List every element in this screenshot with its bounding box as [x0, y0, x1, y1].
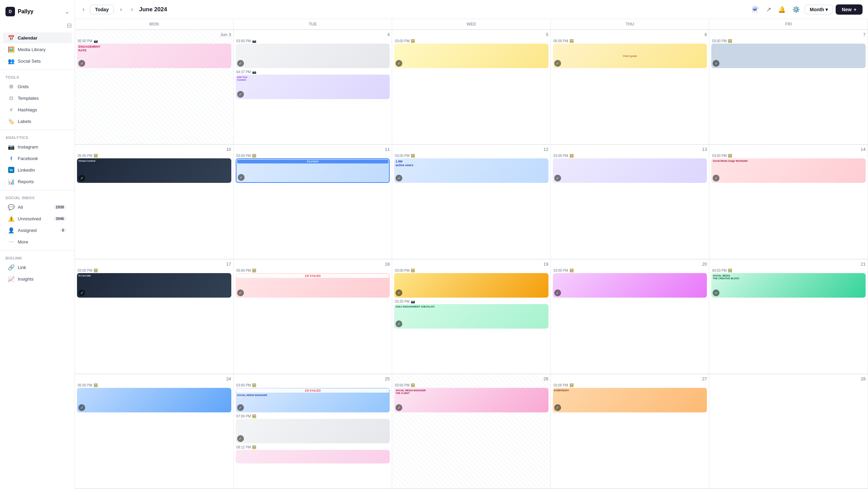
month-view-button[interactable]: Month ▾	[805, 5, 833, 14]
sidebar-item-link[interactable]: 🔗 Link	[3, 262, 72, 273]
sidebar-item-facebook[interactable]: f Facebook	[3, 153, 72, 164]
post-image: ✓	[394, 273, 548, 298]
sidebar-item-linkedin[interactable]: in LinkedIn	[3, 164, 72, 175]
day-10[interactable]: 10 05:00 PM🖼️ Virtual Content ✓	[75, 145, 234, 259]
prev-month-button[interactable]: ‹	[117, 4, 125, 14]
post-card[interactable]: 03:00 PM🖼️ ✓	[553, 269, 707, 298]
check-badge: ✓	[78, 60, 85, 67]
sidebar-item-instagram[interactable]: 📷 Instagram	[3, 141, 72, 152]
day-28[interactable]: 28	[709, 374, 868, 489]
header-wed: WED	[392, 19, 551, 30]
post-time: 03:00 PM🖼️	[394, 269, 548, 272]
analytics-section-label: Analytics	[0, 133, 75, 141]
post-card[interactable]: 03:00 PM🖼️ ✓	[394, 39, 548, 68]
post-image: DAILY ENGAGEMENT CHECKLIST: ✓	[394, 304, 548, 329]
sidebar-collapse-btn[interactable]: ⊟	[0, 22, 75, 32]
sidebar-item-grids[interactable]: ⊞ Grids	[3, 81, 72, 92]
post-image: TO POST ✓	[236, 158, 390, 183]
post-card[interactable]: 05:00 PM🖼️ Client goals ✓	[553, 39, 707, 68]
post-time: 03:00 PM📷	[236, 39, 390, 43]
post-card[interactable]: 03:00 PM🖼️ ✓	[711, 39, 866, 68]
day-18[interactable]: 18 05:00 PM🖼️ 1/6 FAILED ✓	[234, 259, 392, 374]
sidebar-item-unresolved[interactable]: ⚠️ Unresolved 3046	[3, 213, 72, 224]
post-time: 03:00 PM🖼️	[394, 154, 548, 158]
post-image: ✓	[711, 44, 866, 68]
sidebar-item-templates[interactable]: ⊡ Templates	[3, 93, 72, 104]
post-card[interactable]: 04:53 PM🖼️ SOCIAL MEDIATHE CREATIVE BLOC…	[711, 269, 866, 298]
post-card[interactable]: 03:00 PM🖼️ 1.8Mactive users ✓	[394, 154, 548, 183]
day-27[interactable]: 27 03:00 PM🖼️ EVERYBODY ✓	[551, 374, 710, 489]
post-image: EVERYBODY ✓	[553, 388, 707, 412]
post-card[interactable]: 08:12 PM🖼️	[236, 445, 390, 463]
new-post-button[interactable]: New +	[836, 4, 863, 15]
day-num-jun3: Jun 3	[77, 32, 231, 37]
sidebar-item-more[interactable]: ··· More	[3, 236, 72, 247]
sidebar-item-labels[interactable]: 🏷️ Labels	[3, 116, 72, 127]
day-25[interactable]: 25 03:00 PM🖼️ 1/5 FAILED SOCIAL MEDIA MA…	[234, 374, 392, 489]
day-14[interactable]: 14 03:00 PM🖼️ Social Media Usage Worldwi…	[709, 145, 868, 259]
filter-button[interactable]: ⚗️	[750, 4, 761, 15]
sidebar-item-hashtags[interactable]: # Hashtags	[3, 104, 72, 115]
post-card[interactable]: 03:00 PM🖼️ Social Media Usage Worldwide …	[711, 154, 866, 183]
day-19[interactable]: 19 03:00 PM🖼️ ✓ 03:35 PM📷 DAILY ENGAGEME…	[392, 259, 551, 374]
post-card[interactable]: 03:00 PM🖼️ ✓	[394, 269, 548, 298]
labels-icon: 🏷️	[8, 118, 14, 124]
share-button[interactable]: ↗	[764, 4, 773, 15]
post-card[interactable]: 03:00 PM🖼️ ✓	[553, 154, 707, 183]
day-20[interactable]: 20 03:00 PM🖼️ ✓	[551, 259, 710, 374]
day-num-4: 4	[236, 32, 390, 37]
sidebar-toggle-button[interactable]: ›	[80, 4, 87, 15]
day-num-13: 13	[553, 147, 707, 152]
week-row-4: 24 05:00 PM🖼️ ✓ 25 03:00 PM🖼️ 1/5 FAILED…	[75, 374, 868, 489]
day-21[interactable]: 21 04:53 PM🖼️ SOCIAL MEDIATHE CREATIVE B…	[709, 259, 868, 374]
post-card[interactable]: 03:00 PM🖼️ EVERYBODY ✓	[553, 383, 707, 412]
day-7[interactable]: 7 03:00 PM🖼️ ✓	[709, 30, 868, 144]
day-num-11: 11	[236, 147, 390, 152]
post-card[interactable]: 03:00 PM🖼️ SOCIAL MEDIA MANAGERTHE CLIEN…	[394, 383, 548, 412]
post-card[interactable]: 03:00 PM🖼️ TO POST ✓	[236, 154, 390, 183]
sidebar-item-insights[interactable]: 📈 Insights	[3, 273, 72, 284]
day-jun3[interactable]: Jun 3 05:00 PM📷 ENGAGEMENTRATE ✓	[75, 30, 234, 144]
post-time: 03:00 PM🖼️	[394, 39, 548, 43]
post-card[interactable]: 05:00 PM📷 ENGAGEMENTRATE ✓	[77, 39, 231, 68]
day-24[interactable]: 24 05:00 PM🖼️ ✓	[75, 374, 234, 489]
post-card[interactable]: 03:35 PM📷 DAILY ENGAGEMENT CHECKLIST: ✓	[394, 300, 548, 329]
sidebar-item-reports[interactable]: 📊 Reports	[3, 176, 72, 187]
sidebar-item-social-sets[interactable]: 👥 Social Sets	[3, 56, 72, 66]
post-card[interactable]: 03:00 PM🖼️ 1/5 FAILED SOCIAL MEDIA MANAG…	[236, 383, 390, 412]
logo-chevron[interactable]: ⌄	[65, 9, 69, 15]
sidebar-label-reports: Reports	[18, 179, 34, 184]
day-11[interactable]: 11 03:00 PM🖼️ TO POST ✓	[234, 145, 392, 259]
layout-toggle-icon[interactable]: ⊟	[67, 22, 72, 29]
post-card[interactable]: 03:00 PM📷 ✓	[236, 39, 390, 68]
sidebar-item-assigned[interactable]: 👤 Assigned 0	[3, 225, 72, 236]
post-card[interactable]: 04:37 PM📷 Add YourContent ✓	[236, 70, 390, 99]
day-5[interactable]: 5 03:00 PM🖼️ ✓	[392, 30, 551, 144]
sidebar-item-all[interactable]: 💬 All 2938	[3, 202, 72, 212]
app-logo[interactable]: D Pallyy ⌄	[0, 4, 75, 22]
day-6[interactable]: 6 05:00 PM🖼️ Client goals ✓	[551, 30, 710, 144]
notifications-button[interactable]: 🔔	[776, 4, 788, 15]
divider-1	[0, 69, 75, 70]
day-17[interactable]: 17 03:00 PM🖼️ It's too late ✓	[75, 259, 234, 374]
sidebar-item-calendar[interactable]: 📅 Calendar	[3, 32, 72, 43]
post-label: SOCIAL MEDIATHE CREATIVE BLOCK	[713, 274, 864, 280]
post-card[interactable]: 05:00 PM🖼️ 1/6 FAILED ✓	[236, 269, 390, 298]
post-card[interactable]: 03:00 PM🖼️ It's too late ✓	[77, 269, 231, 298]
sidebar-label-unresolved: Unresolved	[18, 216, 41, 221]
sidebar-item-media-library[interactable]: 🖼️ Media Library	[3, 44, 72, 55]
settings-button[interactable]: ⚙️	[790, 4, 802, 15]
day-13[interactable]: 13 03:00 PM🖼️ ✓	[551, 145, 710, 259]
post-card[interactable]: 05:00 PM🖼️ Virtual Content ✓	[77, 154, 231, 183]
post-card[interactable]: 05:00 PM🖼️ ✓	[77, 383, 231, 412]
post-card[interactable]: 07:00 PM🖼️ ✓	[236, 414, 390, 443]
next-month-button[interactable]: ›	[128, 4, 136, 14]
post-image: SOCIAL MEDIA MANAGERTHE CLIENT ✓	[394, 388, 548, 412]
day-4[interactable]: 4 03:00 PM📷 ✓ 04:37 PM📷 Add YourContent …	[234, 30, 392, 144]
post-time: 05:00 PM🖼️	[77, 383, 231, 387]
post-image: SOCIAL MEDIATHE CREATIVE BLOCK ✓	[711, 273, 866, 298]
day-26[interactable]: 26 03:00 PM🖼️ SOCIAL MEDIA MANAGERTHE CL…	[392, 374, 551, 489]
day-12[interactable]: 12 03:00 PM🖼️ 1.8Mactive users ✓	[392, 145, 551, 259]
plus-icon: +	[854, 7, 856, 12]
today-button[interactable]: Today	[90, 5, 114, 14]
